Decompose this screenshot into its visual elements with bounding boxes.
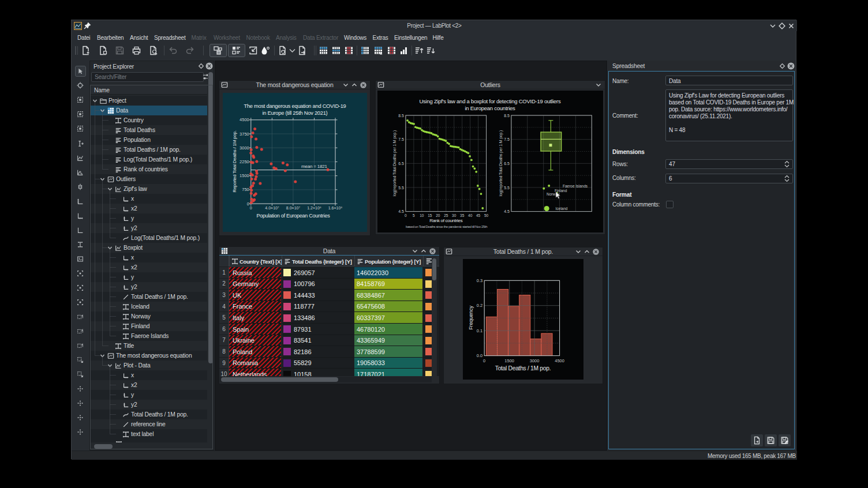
svg-text:15: 15: [428, 213, 432, 217]
svg-text:20: 20: [436, 213, 440, 217]
svg-text:35: 35: [460, 213, 465, 217]
svg-text:7.5: 7.5: [504, 137, 510, 141]
svg-text:750: 750: [242, 187, 249, 192]
svg-text:0: 0: [247, 201, 249, 207]
svg-text:4.5: 4.5: [398, 209, 404, 213]
svg-text:Frequency: Frequency: [468, 306, 474, 330]
svg-text:Using Zipf's law and a boxplot: Using Zipf's law and a boxplot for detec…: [419, 98, 561, 104]
svg-text:40: 40: [468, 213, 473, 217]
svg-text:0.2: 0.2: [477, 303, 482, 308]
svg-text:log(reported Total Deaths per: log(reported Total Deaths per 1 M pop.): [499, 130, 503, 196]
svg-text:4.0×10⁷: 4.0×10⁷: [265, 206, 279, 210]
svg-text:0.0: 0.0: [477, 353, 482, 358]
svg-text:25: 25: [444, 213, 448, 217]
svg-text:4500: 4500: [240, 117, 249, 122]
svg-text:0.3: 0.3: [477, 278, 482, 283]
svg-text:1.6×10⁸: 1.6×10⁸: [328, 206, 343, 210]
svg-text:in European countries: in European countries: [465, 105, 515, 111]
svg-text:based on Total Deaths since th: based on Total Deaths since the pandemic…: [406, 225, 487, 228]
svg-text:mean = 1821: mean = 1821: [301, 164, 327, 169]
svg-text:1500: 1500: [504, 358, 514, 363]
svg-text:5.5: 5.5: [504, 186, 510, 190]
svg-text:1.2×10⁸: 1.2×10⁸: [307, 206, 321, 210]
svg-text:4.5: 4.5: [504, 209, 510, 213]
svg-text:Iceland: Iceland: [556, 207, 568, 211]
svg-text:Reported Total Deaths / 1M pop: Reported Total Deaths / 1M pop.: [232, 130, 237, 192]
svg-text:Faeroe Islands: Faeroe Islands: [563, 184, 588, 188]
svg-text:0.1: 0.1: [477, 328, 482, 333]
svg-text:Population of European Countri: Population of European Countries: [256, 213, 330, 219]
svg-text:Total Deaths / 1M pop.: Total Deaths / 1M pop.: [495, 365, 551, 371]
svg-text:2250: 2250: [240, 159, 249, 164]
svg-text:45: 45: [476, 213, 481, 217]
svg-text:3000: 3000: [240, 145, 249, 151]
svg-text:8.5: 8.5: [504, 114, 510, 118]
svg-text:6.5: 6.5: [398, 162, 404, 166]
svg-text:50: 50: [484, 213, 489, 217]
svg-text:1500: 1500: [240, 173, 249, 178]
svg-text:5.5: 5.5: [398, 186, 404, 190]
svg-text:0: 0: [250, 206, 252, 210]
svg-text:0: 0: [483, 358, 485, 363]
svg-text:30: 30: [452, 213, 457, 217]
svg-text:7.5: 7.5: [398, 137, 404, 141]
svg-text:Rank of countries: Rank of countries: [429, 218, 462, 223]
svg-text:8.5: 8.5: [398, 114, 404, 118]
svg-text:3000: 3000: [530, 358, 540, 363]
svg-text:8.0×10⁷: 8.0×10⁷: [286, 206, 301, 210]
svg-text:0: 0: [405, 213, 407, 217]
svg-text:6.5: 6.5: [504, 162, 510, 166]
svg-text:3750: 3750: [240, 132, 249, 137]
svg-text:4500: 4500: [555, 358, 564, 363]
svg-text:log(reported Total Deaths per: log(reported Total Deaths per 1 M pop.): [392, 130, 397, 196]
svg-text:10: 10: [420, 213, 424, 217]
svg-text:5: 5: [413, 213, 415, 217]
